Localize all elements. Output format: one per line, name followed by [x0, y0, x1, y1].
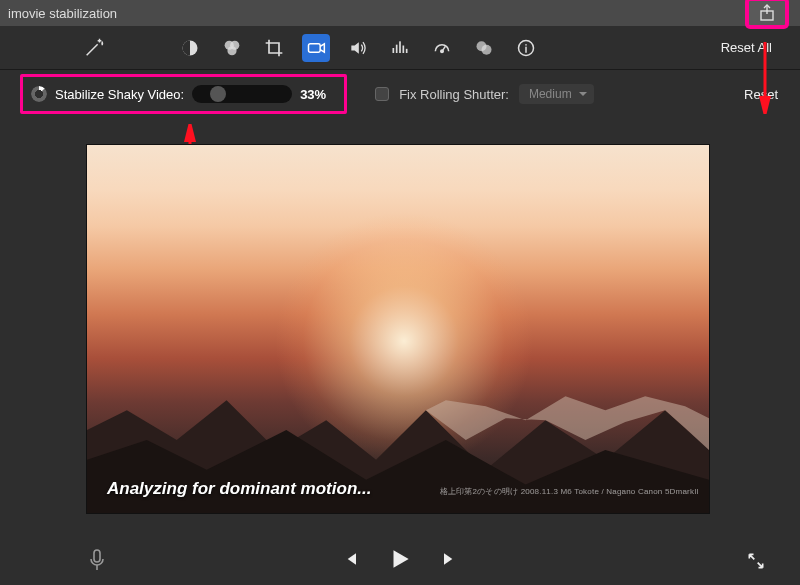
stabilization-icon[interactable]: [302, 34, 330, 62]
window-title: imovie stabilization: [8, 6, 117, 21]
noise-reduction-icon[interactable]: [386, 34, 414, 62]
svg-rect-10: [406, 48, 408, 52]
svg-rect-8: [399, 41, 401, 53]
magic-wand-icon[interactable]: [80, 34, 108, 62]
reset-all-button[interactable]: Reset All: [713, 38, 780, 57]
stabilize-group: Stabilize Shaky Video: 33%: [20, 74, 347, 114]
crop-icon[interactable]: [260, 34, 288, 62]
svg-rect-17: [94, 550, 100, 562]
stabilize-label: Stabilize Shaky Video:: [55, 87, 184, 102]
color-correction-icon[interactable]: [218, 34, 246, 62]
rolling-shutter-value: Medium: [529, 87, 572, 101]
loading-spinner-icon: [31, 86, 47, 102]
svg-point-13: [482, 44, 492, 54]
speed-icon[interactable]: [428, 34, 456, 62]
color-balance-icon[interactable]: [176, 34, 204, 62]
share-button[interactable]: [746, 0, 788, 28]
volume-icon[interactable]: [344, 34, 372, 62]
slider-thumb[interactable]: [210, 86, 226, 102]
svg-point-11: [441, 50, 444, 53]
prev-button[interactable]: [341, 549, 361, 569]
rolling-shutter-checkbox[interactable]: [375, 87, 389, 101]
stabilize-slider[interactable]: [192, 85, 292, 103]
title-bar: imovie stabilization: [0, 0, 800, 26]
next-button[interactable]: [439, 549, 459, 569]
video-preview[interactable]: Analyzing for dominant motion... 格上印第2のそ…: [86, 144, 710, 514]
share-icon: [759, 4, 775, 22]
clip-filter-icon[interactable]: [470, 34, 498, 62]
preview-status-text: Analyzing for dominant motion...: [107, 479, 371, 499]
play-button[interactable]: [387, 546, 413, 572]
preview-meta-text: 格上印第2のその明け 2008.11.3 M6 Tokote / Nagano …: [440, 486, 699, 497]
playback-bar: [0, 533, 800, 585]
stabilize-percent: 33%: [300, 87, 336, 102]
microphone-icon[interactable]: [88, 549, 106, 571]
rolling-shutter-label: Fix Rolling Shutter:: [399, 87, 509, 102]
svg-rect-7: [396, 44, 398, 52]
svg-point-4: [227, 46, 236, 55]
reset-button[interactable]: Reset: [744, 87, 778, 102]
svg-rect-5: [309, 43, 321, 51]
stabilization-controls: Stabilize Shaky Video: 33% Fix Rolling S…: [0, 70, 800, 118]
fullscreen-icon[interactable]: [746, 551, 766, 571]
svg-rect-6: [393, 48, 395, 53]
svg-rect-9: [403, 45, 405, 53]
info-icon[interactable]: [512, 34, 540, 62]
adjustments-toolbar: Reset All: [0, 26, 800, 70]
rolling-shutter-dropdown[interactable]: Medium: [519, 84, 594, 104]
